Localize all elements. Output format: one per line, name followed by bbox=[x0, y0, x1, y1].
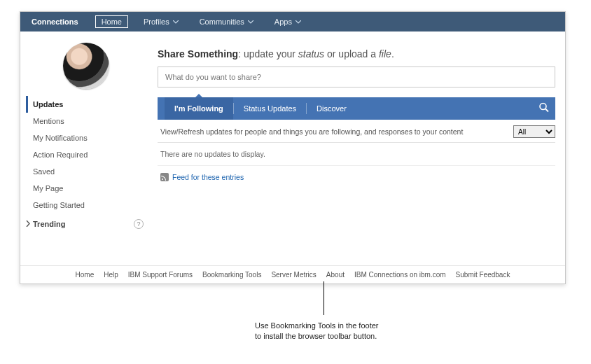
nav-apps[interactable]: Apps bbox=[269, 15, 307, 28]
filter-select[interactable]: All bbox=[513, 125, 555, 138]
footer: Home Help IBM Support Forums Bookmarking… bbox=[20, 265, 565, 284]
chevron-right-icon bbox=[26, 220, 30, 228]
rss-icon bbox=[160, 173, 169, 181]
info-text: View/Refresh updates for people and thin… bbox=[160, 127, 463, 136]
share-m1: : update your bbox=[238, 48, 298, 59]
sidebar-item-action-required[interactable]: Action Required bbox=[26, 146, 146, 163]
footer-home[interactable]: Home bbox=[76, 271, 95, 279]
annotation-text: Use Bookmarking Tools in the footer to i… bbox=[255, 321, 379, 342]
footer-ibm-connections[interactable]: IBM Connections on ibm.com bbox=[354, 271, 446, 279]
sidebar-item-updates[interactable]: Updates bbox=[26, 96, 146, 113]
annotation-line2: to install the browser toolbar button. bbox=[255, 332, 377, 340]
nav-communities[interactable]: Communities bbox=[194, 15, 259, 28]
share-prefix: Share Something bbox=[158, 48, 238, 59]
main-panel: Share Something: update your status or u… bbox=[152, 31, 565, 265]
tab-discover-label: Discover bbox=[317, 104, 347, 113]
svg-line-1 bbox=[545, 109, 548, 112]
sidebar-item-my-notifications[interactable]: My Notifications bbox=[26, 130, 146, 146]
nav-profiles-label: Profiles bbox=[144, 18, 169, 26]
sidebar-item-saved[interactable]: Saved bbox=[26, 163, 146, 180]
tab-discover[interactable]: Discover bbox=[307, 97, 356, 120]
app-window: Connections Home Profiles Communities Ap… bbox=[20, 11, 566, 284]
share-heading: Share Something: update your status or u… bbox=[158, 48, 555, 59]
body-row: Updates Mentions My Notifications Action… bbox=[20, 31, 565, 265]
sidebar-item-mentions[interactable]: Mentions bbox=[26, 113, 146, 130]
footer-server-metrics[interactable]: Server Metrics bbox=[271, 271, 316, 279]
nav-profiles[interactable]: Profiles bbox=[138, 15, 184, 28]
nav-home[interactable]: Home bbox=[95, 15, 128, 28]
tab-im-following[interactable]: I'm Following bbox=[165, 97, 233, 120]
feed-link-label: Feed for these entries bbox=[172, 173, 244, 181]
tab-im-following-label: I'm Following bbox=[174, 104, 223, 113]
trending-label: Trending bbox=[33, 220, 65, 228]
avatar-wrap bbox=[26, 43, 146, 89]
brand-label: Connections bbox=[32, 18, 78, 26]
top-nav: Connections Home Profiles Communities Ap… bbox=[20, 12, 565, 31]
share-em1: status bbox=[298, 48, 324, 59]
sidebar: Updates Mentions My Notifications Action… bbox=[20, 31, 152, 265]
avatar[interactable] bbox=[63, 43, 109, 89]
chevron-down-icon bbox=[173, 20, 179, 24]
empty-message: There are no updates to display. bbox=[158, 143, 555, 166]
trending-toggle[interactable]: Trending bbox=[26, 220, 65, 228]
nav-home-label: Home bbox=[102, 18, 122, 26]
tab-status-updates[interactable]: Status Updates bbox=[234, 97, 306, 120]
svg-point-0 bbox=[540, 104, 546, 110]
nav-communities-label: Communities bbox=[200, 18, 244, 26]
footer-submit-feedback[interactable]: Submit Feedback bbox=[456, 271, 510, 279]
annotation-line1: Use Bookmarking Tools in the footer bbox=[255, 321, 379, 330]
annotation-line bbox=[324, 281, 324, 315]
tab-status-updates-label: Status Updates bbox=[244, 104, 296, 113]
share-m2: or upload a bbox=[324, 48, 379, 59]
sidebar-item-my-page[interactable]: My Page bbox=[26, 180, 146, 197]
nav-apps-label: Apps bbox=[274, 18, 292, 26]
tabs-bar: I'm Following Status Updates Discover bbox=[158, 97, 555, 120]
sidebar-list: Updates Mentions My Notifications Action… bbox=[26, 96, 146, 214]
footer-ibm-support-forums[interactable]: IBM Support Forums bbox=[128, 271, 193, 279]
trending-row: Trending ? bbox=[26, 214, 146, 233]
share-input[interactable] bbox=[158, 66, 555, 88]
feed-link[interactable]: Feed for these entries bbox=[158, 166, 555, 188]
search-icon[interactable] bbox=[538, 102, 550, 115]
footer-about[interactable]: About bbox=[326, 271, 345, 279]
share-em2: file bbox=[379, 48, 391, 59]
help-icon[interactable]: ? bbox=[134, 219, 144, 229]
chevron-down-icon bbox=[296, 20, 301, 24]
sidebar-item-getting-started[interactable]: Getting Started bbox=[26, 197, 146, 214]
info-row: View/Refresh updates for people and thin… bbox=[158, 120, 555, 143]
footer-help[interactable]: Help bbox=[104, 271, 118, 279]
share-suffix: . bbox=[391, 48, 394, 59]
chevron-down-icon bbox=[248, 20, 253, 24]
footer-bookmarking-tools[interactable]: Bookmarking Tools bbox=[202, 271, 261, 279]
